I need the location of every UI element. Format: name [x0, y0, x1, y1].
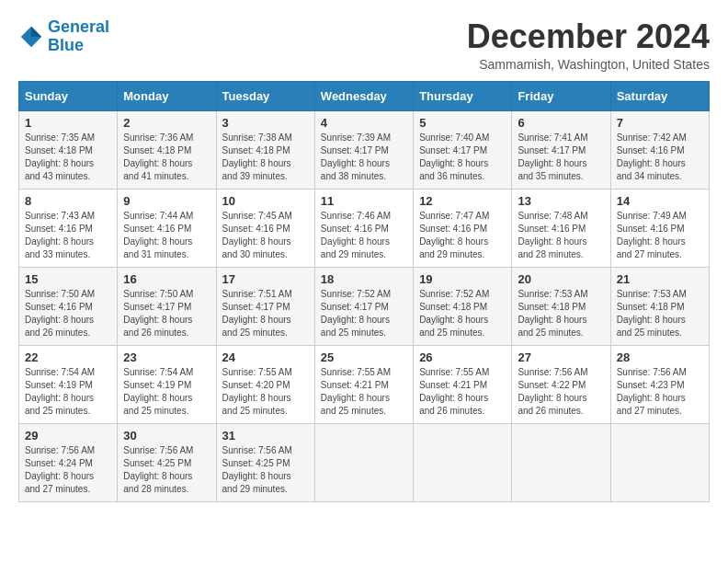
week-row-5: 29Sunrise: 7:56 AM Sunset: 4:24 PM Dayli…: [19, 423, 710, 501]
day-number: 20: [518, 272, 604, 286]
day-number: 13: [518, 194, 604, 208]
day-info: Sunrise: 7:52 AM Sunset: 4:17 PM Dayligh…: [321, 288, 407, 339]
calendar-cell: 27Sunrise: 7:56 AM Sunset: 4:22 PM Dayli…: [512, 345, 610, 423]
page-header: General Blue December 2024 Sammamish, Wa…: [18, 18, 710, 72]
day-number: 7: [617, 116, 703, 130]
weekday-header-sunday: Sunday: [19, 81, 118, 110]
day-info: Sunrise: 7:35 AM Sunset: 4:18 PM Dayligh…: [25, 132, 111, 183]
calendar-body: 1Sunrise: 7:35 AM Sunset: 4:18 PM Daylig…: [19, 110, 710, 501]
logo: General Blue: [18, 18, 109, 55]
calendar-subtitle: Sammamish, Washington, United States: [467, 57, 710, 72]
calendar-table: SundayMondayTuesdayWednesdayThursdayFrid…: [18, 81, 710, 502]
calendar-cell: 11Sunrise: 7:46 AM Sunset: 4:16 PM Dayli…: [314, 189, 413, 267]
day-info: Sunrise: 7:52 AM Sunset: 4:18 PM Dayligh…: [419, 288, 506, 339]
day-number: 27: [518, 350, 604, 364]
weekday-header-wednesday: Wednesday: [314, 81, 413, 110]
day-info: Sunrise: 7:38 AM Sunset: 4:18 PM Dayligh…: [222, 132, 309, 183]
day-info: Sunrise: 7:44 AM Sunset: 4:16 PM Dayligh…: [123, 210, 210, 261]
calendar-cell: 16Sunrise: 7:50 AM Sunset: 4:17 PM Dayli…: [118, 267, 216, 345]
calendar-cell: 9Sunrise: 7:44 AM Sunset: 4:16 PM Daylig…: [118, 189, 216, 267]
calendar-cell: 14Sunrise: 7:49 AM Sunset: 4:16 PM Dayli…: [610, 189, 709, 267]
logo-icon: [18, 24, 44, 50]
day-number: 22: [25, 350, 111, 364]
day-info: Sunrise: 7:50 AM Sunset: 4:16 PM Dayligh…: [25, 288, 111, 339]
calendar-cell: 22Sunrise: 7:54 AM Sunset: 4:19 PM Dayli…: [19, 345, 118, 423]
weekday-header-monday: Monday: [118, 81, 216, 110]
day-number: 11: [321, 194, 407, 208]
calendar-cell: 23Sunrise: 7:54 AM Sunset: 4:19 PM Dayli…: [118, 345, 216, 423]
calendar-cell: 18Sunrise: 7:52 AM Sunset: 4:17 PM Dayli…: [314, 267, 413, 345]
weekday-header-saturday: Saturday: [610, 81, 709, 110]
logo-text: General Blue: [48, 18, 109, 55]
week-row-2: 8Sunrise: 7:43 AM Sunset: 4:16 PM Daylig…: [19, 189, 710, 267]
day-number: 14: [617, 194, 703, 208]
day-info: Sunrise: 7:51 AM Sunset: 4:17 PM Dayligh…: [222, 288, 309, 339]
day-number: 28: [617, 350, 703, 364]
day-info: Sunrise: 7:40 AM Sunset: 4:17 PM Dayligh…: [419, 132, 506, 183]
logo-line1: General: [48, 17, 109, 36]
day-number: 8: [25, 194, 111, 208]
calendar-cell: 3Sunrise: 7:38 AM Sunset: 4:18 PM Daylig…: [216, 110, 314, 189]
day-number: 1: [25, 116, 111, 130]
calendar-cell: [314, 423, 413, 501]
day-info: Sunrise: 7:50 AM Sunset: 4:17 PM Dayligh…: [123, 288, 210, 339]
calendar-cell: 31Sunrise: 7:56 AM Sunset: 4:25 PM Dayli…: [216, 423, 314, 501]
day-number: 26: [419, 350, 506, 364]
calendar-cell: 24Sunrise: 7:55 AM Sunset: 4:20 PM Dayli…: [216, 345, 314, 423]
day-info: Sunrise: 7:56 AM Sunset: 4:24 PM Dayligh…: [25, 444, 111, 496]
weekday-row: SundayMondayTuesdayWednesdayThursdayFrid…: [19, 81, 710, 110]
day-info: Sunrise: 7:55 AM Sunset: 4:20 PM Dayligh…: [222, 366, 309, 418]
weekday-header-thursday: Thursday: [414, 81, 512, 110]
day-info: Sunrise: 7:36 AM Sunset: 4:18 PM Dayligh…: [123, 132, 210, 183]
calendar-cell: 8Sunrise: 7:43 AM Sunset: 4:16 PM Daylig…: [19, 189, 118, 267]
day-info: Sunrise: 7:41 AM Sunset: 4:17 PM Dayligh…: [518, 132, 604, 183]
day-info: Sunrise: 7:53 AM Sunset: 4:18 PM Dayligh…: [518, 288, 604, 339]
day-info: Sunrise: 7:45 AM Sunset: 4:16 PM Dayligh…: [222, 210, 309, 261]
svg-marker-1: [31, 27, 41, 37]
calendar-cell: 17Sunrise: 7:51 AM Sunset: 4:17 PM Dayli…: [216, 267, 314, 345]
calendar-cell: 28Sunrise: 7:56 AM Sunset: 4:23 PM Dayli…: [610, 345, 709, 423]
calendar-header: SundayMondayTuesdayWednesdayThursdayFrid…: [19, 81, 710, 110]
calendar-cell: 25Sunrise: 7:55 AM Sunset: 4:21 PM Dayli…: [314, 345, 413, 423]
calendar-cell: 2Sunrise: 7:36 AM Sunset: 4:18 PM Daylig…: [118, 110, 216, 189]
day-number: 15: [25, 272, 111, 286]
calendar-cell: 29Sunrise: 7:56 AM Sunset: 4:24 PM Dayli…: [19, 423, 118, 501]
day-number: 10: [222, 194, 309, 208]
day-info: Sunrise: 7:55 AM Sunset: 4:21 PM Dayligh…: [419, 366, 506, 418]
day-number: 12: [419, 194, 506, 208]
day-info: Sunrise: 7:47 AM Sunset: 4:16 PM Dayligh…: [419, 210, 506, 261]
day-info: Sunrise: 7:42 AM Sunset: 4:16 PM Dayligh…: [617, 132, 703, 183]
day-number: 4: [321, 116, 407, 130]
calendar-cell: 20Sunrise: 7:53 AM Sunset: 4:18 PM Dayli…: [512, 267, 610, 345]
day-info: Sunrise: 7:48 AM Sunset: 4:16 PM Dayligh…: [518, 210, 604, 261]
calendar-cell: 5Sunrise: 7:40 AM Sunset: 4:17 PM Daylig…: [414, 110, 512, 189]
day-info: Sunrise: 7:56 AM Sunset: 4:23 PM Dayligh…: [617, 366, 703, 418]
day-number: 31: [222, 429, 309, 442]
day-number: 2: [123, 116, 210, 130]
calendar-cell: 6Sunrise: 7:41 AM Sunset: 4:17 PM Daylig…: [512, 110, 610, 189]
day-info: Sunrise: 7:39 AM Sunset: 4:17 PM Dayligh…: [321, 132, 407, 183]
day-number: 17: [222, 272, 309, 286]
day-number: 3: [222, 116, 309, 130]
calendar-cell: 12Sunrise: 7:47 AM Sunset: 4:16 PM Dayli…: [414, 189, 512, 267]
day-number: 21: [617, 272, 703, 286]
calendar-title: December 2024: [467, 18, 710, 55]
day-info: Sunrise: 7:46 AM Sunset: 4:16 PM Dayligh…: [321, 210, 407, 261]
day-info: Sunrise: 7:56 AM Sunset: 4:25 PM Dayligh…: [123, 444, 210, 496]
week-row-3: 15Sunrise: 7:50 AM Sunset: 4:16 PM Dayli…: [19, 267, 710, 345]
calendar-cell: 21Sunrise: 7:53 AM Sunset: 4:18 PM Dayli…: [610, 267, 709, 345]
day-number: 30: [123, 429, 210, 442]
calendar-cell: [414, 423, 512, 501]
day-number: 18: [321, 272, 407, 286]
calendar-cell: 13Sunrise: 7:48 AM Sunset: 4:16 PM Dayli…: [512, 189, 610, 267]
day-info: Sunrise: 7:54 AM Sunset: 4:19 PM Dayligh…: [123, 366, 210, 418]
day-info: Sunrise: 7:54 AM Sunset: 4:19 PM Dayligh…: [25, 366, 111, 418]
day-number: 29: [25, 429, 111, 442]
calendar-cell: 7Sunrise: 7:42 AM Sunset: 4:16 PM Daylig…: [610, 110, 709, 189]
week-row-4: 22Sunrise: 7:54 AM Sunset: 4:19 PM Dayli…: [19, 345, 710, 423]
calendar-cell: 1Sunrise: 7:35 AM Sunset: 4:18 PM Daylig…: [19, 110, 118, 189]
calendar-cell: [512, 423, 610, 501]
day-info: Sunrise: 7:53 AM Sunset: 4:18 PM Dayligh…: [617, 288, 703, 339]
calendar-cell: 26Sunrise: 7:55 AM Sunset: 4:21 PM Dayli…: [414, 345, 512, 423]
title-block: December 2024 Sammamish, Washington, Uni…: [467, 18, 710, 72]
